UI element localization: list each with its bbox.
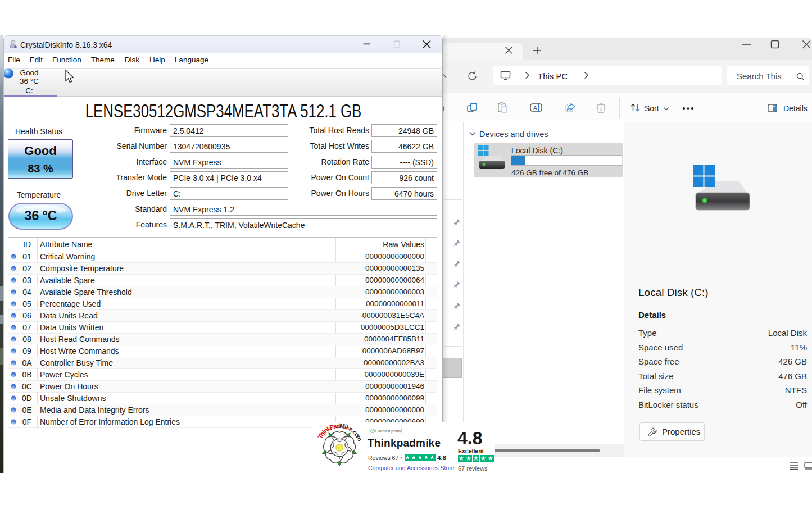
svg-text:A: A — [533, 105, 537, 111]
